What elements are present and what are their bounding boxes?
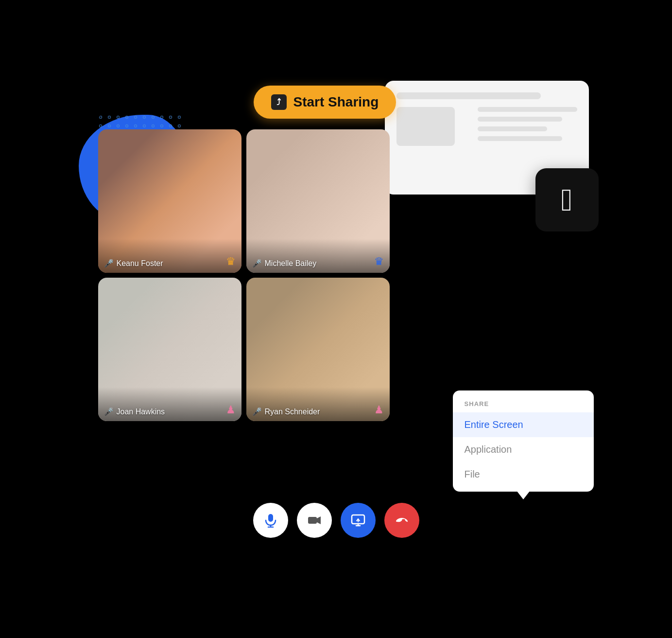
panel-line xyxy=(478,107,577,112)
apple-icon:  xyxy=(561,184,572,215)
video-cell-3: 🎤 Joan Hawkins ♟ xyxy=(98,278,241,421)
share-arrow-icon: ⤴ xyxy=(271,94,287,110)
participant-name-3: Joan Hawkins xyxy=(117,408,165,416)
share-option-application[interactable]: Application xyxy=(453,437,594,462)
svg-rect-2 xyxy=(268,514,273,522)
badge-2: ♛ xyxy=(374,255,384,268)
panel-lines xyxy=(478,107,577,146)
badge-4: ♟ xyxy=(374,404,384,416)
participant-name-4: Ryan Schneider xyxy=(265,408,320,416)
mic-icon-4: 🎤 xyxy=(252,407,262,416)
name-bar-2: 🎤 Michelle Bailey xyxy=(252,259,317,268)
mic-icon-3: 🎤 xyxy=(104,407,114,416)
participant-name-1: Keanu Foster xyxy=(117,259,163,268)
apple-logo-box:  xyxy=(535,168,599,231)
video-cell-4: 🎤 Ryan Schneider ♟ xyxy=(246,278,390,421)
end-call-button[interactable] xyxy=(384,503,419,538)
camera-button[interactable] xyxy=(297,503,332,538)
share-section-label: SHARE xyxy=(453,400,594,412)
panel-line xyxy=(478,136,562,141)
name-bar-4: 🎤 Ryan Schneider xyxy=(252,407,320,416)
video-grid: 🎤 Keanu Foster ♛ 🎤 Michelle Bailey ♛ 🎤 J… xyxy=(98,129,390,421)
name-bar-1: 🎤 Keanu Foster xyxy=(104,259,163,268)
panel-line xyxy=(478,117,562,122)
start-sharing-label: Start Sharing xyxy=(293,94,379,110)
panel-top-bar xyxy=(396,92,541,99)
participant-name-2: Michelle Bailey xyxy=(265,259,317,268)
svg-marker-6 xyxy=(317,516,321,524)
mic-icon-2: 🎤 xyxy=(252,259,262,268)
video-cell-2: 🎤 Michelle Bailey ♛ xyxy=(246,129,390,273)
share-dropdown: SHARE Entire Screen Application File xyxy=(453,390,594,492)
video-cell-1: 🎤 Keanu Foster ♛ xyxy=(98,129,241,273)
badge-1: ♛ xyxy=(226,255,236,268)
share-screen-button[interactable] xyxy=(341,503,376,538)
screen-share-icon xyxy=(351,513,365,528)
share-option-file[interactable]: File xyxy=(453,462,594,487)
badge-3: ♟ xyxy=(226,404,236,416)
panel-thumbnail xyxy=(396,107,455,146)
mic-icon-1: 🎤 xyxy=(104,259,114,268)
name-bar-3: 🎤 Joan Hawkins xyxy=(104,407,165,416)
controls-bar xyxy=(253,503,419,538)
camera-icon xyxy=(307,513,322,528)
svg-rect-5 xyxy=(308,517,317,524)
scene:  ⤴ Start Sharing 🎤 Keanu Foster ♛ 🎤 Mic… xyxy=(69,52,603,586)
panel-content xyxy=(396,107,577,146)
start-sharing-button[interactable]: ⤴ Start Sharing xyxy=(254,86,396,119)
panel-line xyxy=(478,126,547,131)
mic-icon xyxy=(263,513,278,528)
microphone-button[interactable] xyxy=(253,503,288,538)
share-option-entire-screen[interactable]: Entire Screen xyxy=(453,412,594,437)
end-call-icon xyxy=(395,513,409,528)
